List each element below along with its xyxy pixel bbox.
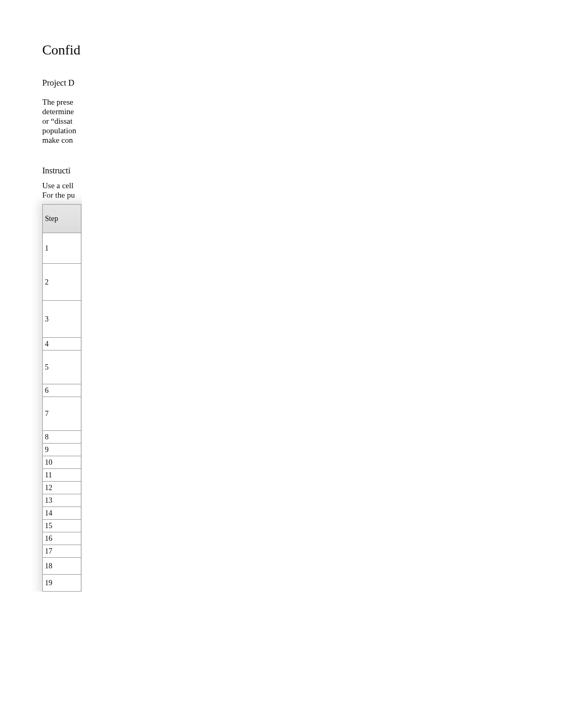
table-row: 16 xyxy=(43,532,81,545)
document-page: Confid Project D The prese determine or … xyxy=(0,0,82,592)
paragraph-line: The prese xyxy=(42,97,82,107)
step-number-cell: 13 xyxy=(43,494,81,507)
table-row: 17 xyxy=(43,545,81,558)
step-number-cell: 17 xyxy=(43,545,81,558)
project-label: Project D xyxy=(42,78,82,88)
table-row: 3 xyxy=(43,301,81,338)
table-row: 18 xyxy=(43,558,81,575)
step-number-cell: 8 xyxy=(43,431,81,444)
step-number-cell: 14 xyxy=(43,507,81,520)
table-row: 5 xyxy=(43,351,81,384)
note-line: Use a cell xyxy=(42,181,82,190)
table-row: 11 xyxy=(43,469,81,482)
table-row: 14 xyxy=(43,507,81,520)
step-number-cell: 3 xyxy=(43,301,81,338)
paragraph-line: determine xyxy=(42,107,82,116)
note-line: For the pu xyxy=(42,190,82,200)
description-paragraph: The prese determine or “dissat populatio… xyxy=(42,97,82,145)
paragraph-line: or “dissat xyxy=(42,116,82,126)
table-row: 6 xyxy=(43,384,81,397)
instructions-note: Use a cell For the pu xyxy=(42,181,82,200)
step-number-cell: 12 xyxy=(43,482,81,494)
steps-table: Step 12345678910111213141516171819 xyxy=(42,204,81,592)
table-row: 7 xyxy=(43,397,81,431)
step-number-cell: 9 xyxy=(43,444,81,456)
step-number-cell: 19 xyxy=(43,575,81,592)
step-number-cell: 15 xyxy=(43,520,81,532)
step-number-cell: 18 xyxy=(43,558,81,575)
column-header-step: Step xyxy=(43,205,81,233)
step-number-cell: 16 xyxy=(43,532,81,545)
table-row: 4 xyxy=(43,338,81,351)
paragraph-line: make con xyxy=(42,135,82,145)
step-number-cell: 10 xyxy=(43,456,81,469)
table-row: 10 xyxy=(43,456,81,469)
step-number-cell: 6 xyxy=(43,384,81,397)
table-row: 1 xyxy=(43,233,81,264)
table-row: 19 xyxy=(43,575,81,592)
table-header-row: Step xyxy=(43,205,81,233)
table-row: 9 xyxy=(43,444,81,456)
step-number-cell: 1 xyxy=(43,233,81,264)
step-number-cell: 5 xyxy=(43,351,81,384)
step-number-cell: 2 xyxy=(43,264,81,301)
page-title: Confid xyxy=(42,42,82,58)
instructions-label: Instructi xyxy=(42,166,82,176)
step-number-cell: 4 xyxy=(43,338,81,351)
table-row: 12 xyxy=(43,482,81,494)
step-number-cell: 11 xyxy=(43,469,81,482)
step-number-cell: 7 xyxy=(43,397,81,431)
table-row: 13 xyxy=(43,494,81,507)
steps-table-wrap: Step 12345678910111213141516171819 xyxy=(42,204,82,592)
paragraph-line: population xyxy=(42,126,82,135)
table-row: 15 xyxy=(43,520,81,532)
table-row: 8 xyxy=(43,431,81,444)
table-row: 2 xyxy=(43,264,81,301)
